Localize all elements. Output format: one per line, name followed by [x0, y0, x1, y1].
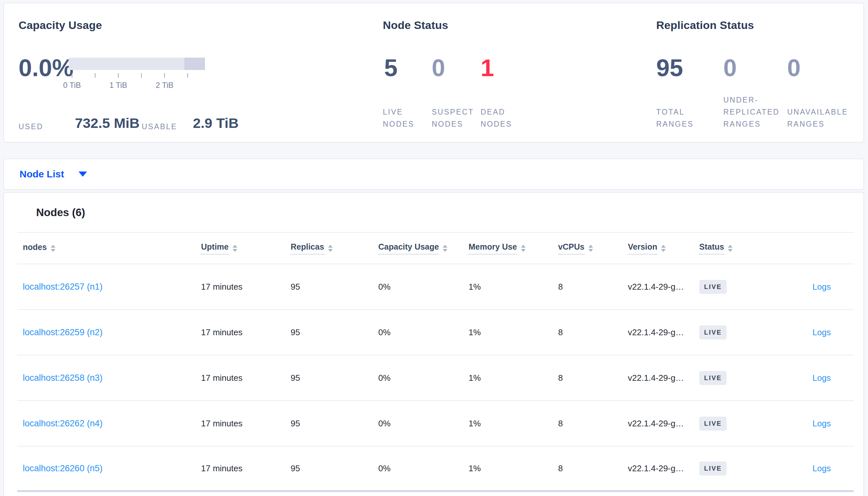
status-badge: LIVE	[699, 325, 727, 339]
version-cell: v22.1.4-29-g…	[628, 373, 699, 383]
logs-link[interactable]: Logs	[813, 373, 831, 383]
capacity-usage-title: Capacity Usage	[18, 19, 102, 32]
vcpus-cell: 8	[558, 419, 628, 429]
uptime-cell: 17 minutes	[201, 419, 290, 429]
logs-link[interactable]: Logs	[813, 282, 831, 292]
column-header-status[interactable]: Status	[699, 242, 794, 254]
table-row: localhost:26260 (n5) 17 minutes 95 0% 1%…	[17, 447, 854, 492]
capacity-bar	[69, 58, 205, 70]
replication-status-title: Replication Status	[656, 19, 754, 32]
table-row: localhost:26257 (n1) 17 minutes 95 0% 1%…	[17, 264, 854, 310]
vcpus-cell: 8	[558, 463, 628, 474]
nodes-table-card: Nodes (6) nodes Uptime Replicas Capacity…	[3, 192, 864, 496]
replicas-cell: 95	[290, 327, 378, 338]
table-row: localhost:26258 (n3) 17 minutes 95 0% 1%…	[17, 355, 854, 401]
node-link[interactable]: localhost:26258 (n3)	[23, 373, 103, 383]
axis-tick	[188, 73, 188, 78]
uptime-cell: 17 minutes	[201, 373, 290, 383]
replicas-cell: 95	[290, 463, 378, 474]
capacity-cell: 0%	[378, 419, 468, 429]
memory-cell: 1%	[468, 419, 558, 429]
under-replicated-ranges-label: UNDER-REPLICATED RANGES	[723, 94, 797, 130]
axis-tick-label: 1 TiB	[105, 81, 131, 90]
version-cell: v22.1.4-29-g…	[628, 463, 699, 474]
node-link[interactable]: localhost:26257 (n1)	[23, 282, 103, 292]
axis-tick	[141, 73, 142, 78]
memory-cell: 1%	[468, 327, 558, 338]
version-cell: v22.1.4-29-g…	[628, 327, 699, 338]
table-row: localhost:26259 (n2) 17 minutes 95 0% 1%…	[17, 310, 854, 355]
capacity-cell: 0%	[378, 463, 468, 474]
sort-icon[interactable]	[328, 245, 333, 252]
nodes-table-title: Nodes (6)	[36, 206, 85, 219]
capacity-cell: 0%	[378, 373, 468, 383]
axis-tick	[72, 73, 72, 78]
node-list-dropdown[interactable]: Node List	[19, 159, 87, 189]
node-status-title: Node Status	[383, 19, 448, 32]
sort-icon[interactable]	[443, 245, 447, 252]
unavailable-ranges-count: 0	[787, 54, 800, 82]
used-value: 732.5 MiB	[75, 115, 139, 131]
column-header-uptime[interactable]: Uptime	[201, 242, 290, 254]
usable-label: USABLE	[142, 122, 177, 131]
memory-cell: 1%	[468, 373, 558, 383]
view-selector-card: Node List	[3, 158, 864, 190]
used-label: USED	[18, 122, 43, 131]
axis-tick-label: 0 TiB	[59, 81, 85, 90]
column-header-replicas[interactable]: Replicas	[290, 242, 378, 254]
capacity-bar-segment	[184, 58, 205, 70]
uptime-cell: 17 minutes	[201, 463, 290, 474]
table-header-row: nodes Uptime Replicas Capacity Usage Mem…	[17, 233, 854, 264]
logs-link[interactable]: Logs	[813, 327, 831, 337]
dead-nodes-count: 1	[481, 54, 494, 82]
column-header-capacity-usage[interactable]: Capacity Usage	[378, 242, 468, 254]
version-cell: v22.1.4-29-g…	[628, 419, 699, 429]
status-badge: LIVE	[699, 417, 727, 431]
uptime-cell: 17 minutes	[201, 327, 290, 338]
cluster-overview-page: Capacity Usage 0.0% 0 TiB 1 TiB 2 TiB US…	[0, 0, 868, 496]
usable-value: 2.9 TiB	[193, 115, 239, 131]
sort-icon[interactable]	[661, 245, 666, 252]
unavailable-ranges-label: UNAVAILABLE RANGES	[787, 106, 867, 130]
node-link[interactable]: localhost:26262 (n4)	[23, 419, 103, 428]
capacity-percent: 0.0%	[18, 54, 74, 82]
sort-icon[interactable]	[233, 245, 237, 252]
sort-icon[interactable]	[588, 245, 593, 252]
replicas-cell: 95	[290, 419, 378, 429]
under-replicated-ranges-count: 0	[723, 54, 737, 82]
axis-tick-label: 2 TiB	[151, 81, 178, 90]
column-header-memory-use[interactable]: Memory Use	[468, 242, 558, 254]
capacity-cell: 0%	[378, 282, 468, 292]
column-header-vcpus[interactable]: vCPUs	[558, 242, 628, 254]
sort-icon[interactable]	[728, 245, 732, 252]
column-header-version[interactable]: Version	[628, 242, 699, 254]
capacity-cell: 0%	[378, 327, 468, 338]
total-ranges-count: 95	[656, 54, 683, 82]
replicas-cell: 95	[290, 373, 378, 383]
live-nodes-label: LIVE NODES	[383, 106, 427, 130]
nodes-table-header: Nodes (6)	[17, 193, 854, 233]
logs-link[interactable]: Logs	[813, 419, 831, 428]
node-link[interactable]: localhost:26259 (n2)	[23, 327, 103, 337]
status-badge: LIVE	[699, 462, 727, 476]
status-badge: LIVE	[699, 280, 727, 294]
sort-icon[interactable]	[521, 245, 526, 252]
logs-link[interactable]: Logs	[813, 463, 831, 473]
sort-icon[interactable]	[51, 245, 55, 252]
node-link[interactable]: localhost:26260 (n5)	[23, 463, 103, 473]
memory-cell: 1%	[468, 463, 558, 474]
replicas-cell: 95	[290, 282, 378, 292]
uptime-cell: 17 minutes	[201, 282, 290, 292]
memory-cell: 1%	[468, 282, 558, 292]
vcpus-cell: 8	[558, 282, 628, 292]
suspect-nodes-count: 0	[432, 54, 445, 82]
chevron-down-icon	[78, 171, 87, 177]
vcpus-cell: 8	[558, 373, 628, 383]
node-list-dropdown-label: Node List	[19, 169, 64, 180]
status-badge: LIVE	[699, 371, 727, 385]
axis-tick	[118, 73, 119, 78]
live-nodes-count: 5	[384, 54, 398, 82]
axis-tick	[95, 73, 95, 78]
version-cell: v22.1.4-29-g…	[628, 282, 699, 292]
column-header-nodes[interactable]: nodes	[23, 243, 201, 254]
